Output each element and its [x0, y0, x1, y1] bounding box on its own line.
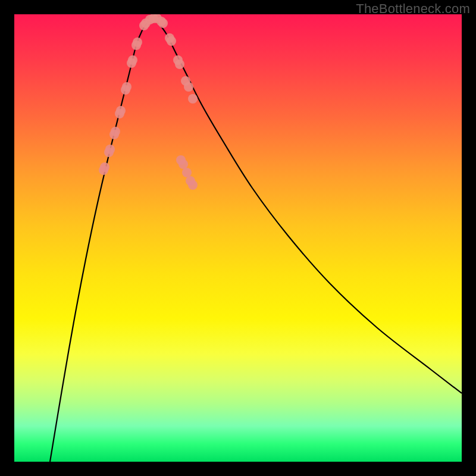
data-point	[128, 55, 137, 65]
data-point	[188, 180, 198, 190]
data-point	[182, 168, 192, 177]
right-curve	[157, 21, 462, 393]
data-point	[133, 37, 142, 47]
data-point	[105, 145, 115, 154]
data-point	[158, 18, 168, 28]
data-point	[111, 127, 120, 136]
data-point	[167, 36, 176, 46]
data-point	[178, 159, 188, 169]
scatter-left	[99, 14, 162, 175]
data-point	[122, 82, 131, 92]
chart-frame: TheBottleneck.com	[0, 0, 476, 476]
data-point	[100, 162, 109, 172]
data-point	[175, 60, 184, 69]
plot-area	[14, 14, 462, 462]
left-curve	[50, 21, 148, 462]
curve-layer	[14, 14, 462, 462]
data-point	[116, 106, 126, 115]
scatter-right	[156, 17, 198, 190]
data-point	[184, 82, 193, 92]
data-point	[188, 94, 198, 104]
